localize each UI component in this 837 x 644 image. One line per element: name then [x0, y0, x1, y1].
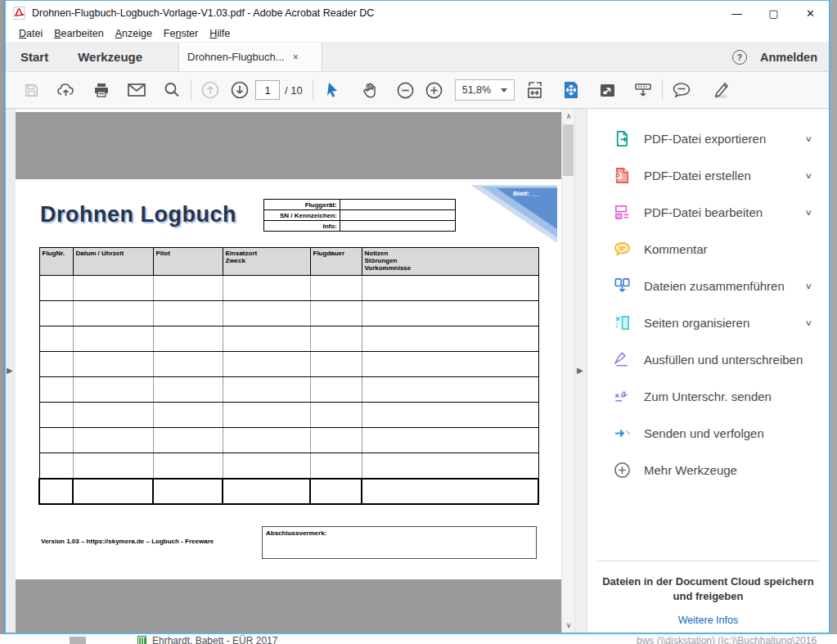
page-number-input[interactable]: [255, 80, 280, 100]
table-cell: [223, 327, 310, 352]
tool-label: Zum Unterschr. senden: [644, 390, 772, 403]
chevron-down-icon[interactable]: ∨: [804, 318, 812, 327]
menu-bearbeiten[interactable]: Bearbeiten: [48, 26, 109, 41]
tool-export-pdf[interactable]: PDF-Datei exportieren ∨: [587, 120, 829, 157]
table-cell: [223, 453, 310, 479]
tool-send-for-signature[interactable]: Zum Unterschr. senden: [587, 378, 829, 415]
scrollbar-thumb[interactable]: [563, 124, 574, 176]
tool-more-tools[interactable]: Mehr Werkzeuge: [587, 452, 829, 489]
zoom-in-button[interactable]: [422, 77, 447, 103]
fit-page-icon: [562, 80, 580, 100]
col-flugdauer: Flugdauer: [310, 248, 362, 276]
scroll-down-icon[interactable]: ∨: [562, 621, 575, 629]
table-cell: [223, 377, 310, 403]
table-cell: [39, 479, 73, 504]
fullscreen-button[interactable]: [595, 77, 619, 103]
chevron-down-icon[interactable]: ∨: [804, 208, 812, 217]
title-bar: Drohnen-Flugbuch-Logbuch-Vorlage-V1.03.p…: [6, 1, 829, 25]
scrolling-mode-button[interactable]: [631, 77, 655, 103]
tool-kommentar[interactable]: Kommentar: [587, 231, 829, 268]
table-cell: [310, 276, 362, 301]
save-button[interactable]: [19, 77, 43, 103]
tool-create-pdf[interactable]: PDF-Datei erstellen ∨: [587, 157, 829, 194]
table-cell: [153, 377, 223, 403]
help-icon[interactable]: ?: [732, 50, 747, 65]
table-cell: [310, 453, 362, 479]
table-cell: [310, 428, 362, 453]
menu-fenster[interactable]: Fenster: [158, 26, 204, 41]
maximize-button[interactable]: ▢: [755, 1, 792, 25]
comment-tool-button[interactable]: [669, 77, 694, 103]
hand-tool-button[interactable]: [358, 77, 382, 103]
print-button[interactable]: [89, 77, 114, 103]
export-pdf-icon: [612, 129, 632, 149]
scroll-up-icon[interactable]: ∧: [562, 112, 575, 120]
edit-pdf-icon: [612, 203, 632, 223]
cloud-promo-text: Dateien in der Document Cloud speichern …: [597, 574, 819, 603]
table-row: [39, 479, 538, 504]
table-cell: [39, 428, 73, 453]
left-panel-toggle[interactable]: ▶: [7, 366, 13, 375]
search-button[interactable]: [160, 77, 184, 103]
tool-combine-files[interactable]: Dateien zusammenführen ∨: [587, 268, 829, 304]
left-panel-strip: ▶: [6, 109, 16, 633]
tool-organize-pages[interactable]: Seiten organisieren ∨: [587, 304, 829, 341]
right-panel-strip: ▶: [574, 109, 587, 633]
zoom-out-button[interactable]: [394, 77, 418, 103]
version-footer: Version 1.03 – https://skymera.de – Logb…: [41, 538, 214, 545]
menu-hilfe[interactable]: Hilfe: [204, 26, 236, 41]
highlight-tool-button[interactable]: [707, 77, 731, 103]
send-track-icon: [612, 424, 632, 444]
zoom-level-dropdown[interactable]: 51,8%: [455, 79, 515, 101]
zoom-level-value: 51,8%: [462, 84, 491, 96]
tab-werkzeuge[interactable]: Werkzeuge: [63, 43, 157, 71]
select-tool-button[interactable]: [320, 77, 344, 103]
table-cell: [153, 352, 223, 377]
table-cell: [223, 301, 310, 327]
fit-width-button[interactable]: [523, 77, 547, 103]
tool-send-and-track[interactable]: Senden und verfolgen: [587, 415, 829, 452]
send-sign-icon: [612, 387, 632, 407]
col-einsatzort: Einsatzort Zweck: [223, 248, 310, 276]
table-cell: [39, 276, 73, 301]
minimize-button[interactable]: —: [718, 1, 755, 25]
table-cell: [223, 352, 310, 377]
info-value: [340, 221, 455, 232]
tab-close-icon[interactable]: ×: [293, 52, 299, 63]
background-window-bottom-sliver: Ehrhardt, Babett - EÜR 2017 bws (\\disks…: [0, 634, 837, 644]
tab-document[interactable]: Drohnen-Flugbuch... ×: [178, 43, 322, 71]
close-button[interactable]: ✕: [792, 1, 829, 25]
table-cell: [73, 453, 153, 479]
table-cell: [310, 377, 362, 403]
chevron-down-icon[interactable]: ∨: [804, 281, 812, 290]
comment-icon: [612, 240, 632, 259]
tab-start[interactable]: Start: [6, 43, 63, 71]
chevron-down-icon[interactable]: ∨: [804, 134, 812, 143]
table-cell: [39, 301, 73, 327]
previous-page-button[interactable]: [198, 77, 223, 103]
right-panel-toggle[interactable]: ▶: [577, 366, 583, 375]
tool-fill-sign[interactable]: Ausfüllen und unterschreiben: [587, 341, 829, 378]
highlighter-icon: [709, 80, 730, 100]
anmelden-button[interactable]: Anmelden: [760, 51, 817, 64]
weitere-infos-link[interactable]: Weitere Infos: [678, 615, 738, 626]
fill-sign-icon: [612, 350, 632, 370]
email-button[interactable]: [124, 77, 149, 103]
next-page-button[interactable]: [227, 77, 252, 103]
cloud-upload-button[interactable]: [54, 77, 79, 103]
fit-page-button[interactable]: [559, 77, 583, 103]
table-cell: [362, 327, 538, 352]
table-cell: [223, 276, 310, 301]
tool-list: PDF-Datei exportieren ∨ PDF-Datei erstel…: [587, 109, 829, 489]
table-cell: [39, 352, 73, 377]
table-cell: [362, 479, 538, 504]
table-row: [39, 327, 538, 352]
menu-anzeige[interactable]: Anzeige: [110, 26, 158, 41]
comment-bubble-icon: [672, 81, 691, 99]
chevron-down-icon[interactable]: ∨: [804, 171, 812, 180]
vertical-scrollbar[interactable]: ∧ ∨: [561, 109, 574, 633]
menu-datei[interactable]: Datei: [13, 26, 48, 41]
tool-edit-pdf[interactable]: PDF-Datei bearbeiten ∨: [587, 194, 829, 231]
table-cell: [153, 301, 223, 327]
document-title: Drohnen Logbuch: [40, 202, 236, 227]
